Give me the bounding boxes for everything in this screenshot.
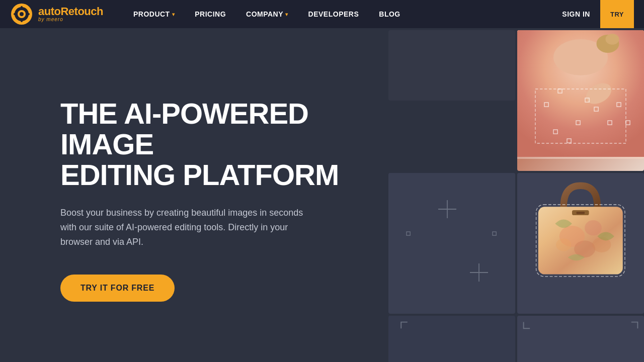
cross-decor-svg [388,173,515,300]
svg-point-34 [585,220,602,235]
bag-image [517,173,644,283]
svg-rect-39 [577,212,585,214]
svg-point-5 [21,20,23,22]
logo-icon [10,3,33,26]
image-card-person-back [517,30,644,171]
image-card-middle-left [388,173,515,314]
bottom-right-svg [517,316,644,362]
svg-rect-12 [572,53,590,66]
hero-subtitle: Boost your business by creating beautifu… [60,206,312,249]
logo-retouch: Retouch [60,5,103,18]
nav-links: PRODUCT ▾ PRICING COMPANY ▾ DEVELOPERS B… [133,10,562,18]
logo-text: autoRetouch by meero [38,6,103,22]
svg-point-4 [21,6,23,8]
logo-sub: by meero [38,17,103,22]
nav-blog[interactable]: BLOG [379,10,400,18]
try-btn-nav[interactable]: TRY [600,0,634,28]
bag-svg [530,173,631,283]
left-section: THE AI-POWERED IMAGE EDITING PLATFORM Bo… [0,28,386,362]
chevron-down-icon-2: ▾ [285,12,288,17]
nav-pricing[interactable]: PRICING [195,10,226,18]
svg-rect-41 [388,316,515,362]
navbar: autoRetouch by meero PRODUCT ▾ PRICING C… [0,0,644,28]
nav-product[interactable]: PRODUCT ▾ [133,10,175,18]
nav-right: SIGN IN TRY [562,0,634,28]
sign-in-link[interactable]: SIGN IN [562,10,590,18]
main-content: THE AI-POWERED IMAGE EDITING PLATFORM Bo… [0,28,644,362]
bottom-left-svg [388,316,515,362]
image-card-bag [517,173,644,314]
person-svg [517,30,644,157]
logo-main: autoRetouch [38,6,103,17]
nav-developers[interactable]: DEVELOPERS [308,10,359,18]
svg-point-36 [556,238,571,251]
svg-point-3 [20,12,24,16]
person-back-image [517,30,644,159]
svg-point-7 [28,13,30,15]
svg-rect-42 [517,316,644,362]
nav-company[interactable]: COMPANY ▾ [246,10,288,18]
svg-point-6 [14,13,16,15]
image-card-bottom-right: Need help? [517,316,644,362]
image-card-top-left [388,30,515,101]
logo-auto: auto [38,5,60,18]
svg-rect-25 [388,173,515,300]
svg-point-11 [606,34,619,45]
image-card-bottom-left [388,316,515,362]
image-grid: Need help? [386,28,644,362]
hero-title: THE AI-POWERED IMAGE EDITING PLATFORM [60,99,342,191]
logo[interactable]: autoRetouch by meero [10,3,103,26]
try-it-free-button[interactable]: TRY IT FOR FREE [60,275,175,302]
chevron-down-icon: ▾ [172,12,175,17]
